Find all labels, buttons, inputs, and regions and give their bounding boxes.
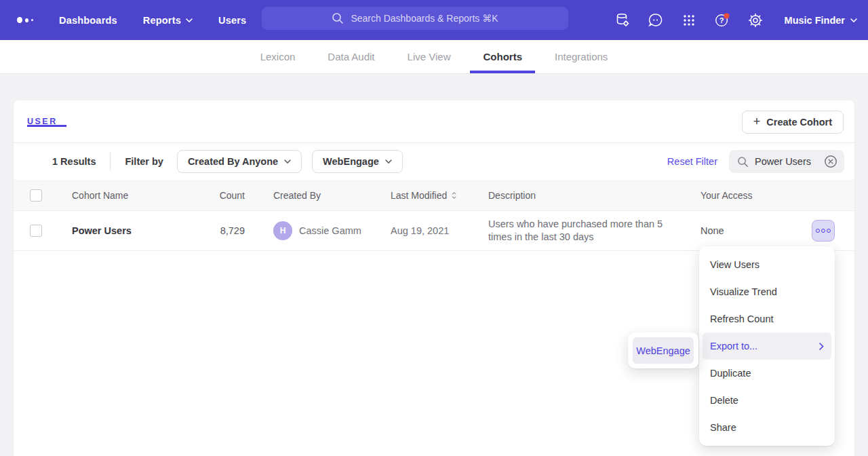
top-nav: Dashboards Reports Users Search Dashboar… (0, 0, 868, 40)
menu-item-label: Refresh Count (710, 314, 774, 324)
cohort-search-input[interactable] (755, 156, 817, 167)
menu-item-export-to[interactable]: Export to... (703, 332, 831, 360)
search-icon (737, 156, 749, 168)
row-actions-menu-button[interactable] (812, 220, 835, 242)
avatar: H (273, 221, 292, 240)
dropdown-value: Created By Anyone (188, 156, 278, 167)
menu-item-refresh-count[interactable]: Refresh Count (703, 305, 831, 332)
col-last-modified[interactable]: Last Modified (391, 190, 488, 201)
help-icon[interactable]: ? (714, 12, 730, 28)
top-nav-right: ? Music Finder (614, 0, 857, 40)
menu-item-label: Visualize Trend (710, 286, 777, 297)
menu-item-label: Share (710, 422, 736, 433)
project-switcher[interactable]: Music Finder (785, 15, 857, 26)
col-label: Last Modified (391, 190, 447, 201)
integration-filter-dropdown[interactable]: WebEngage (312, 150, 403, 173)
filter-by-label: Filter by (125, 156, 163, 167)
menu-item-label: Duplicate (710, 368, 751, 379)
menu-item-label: Delete (710, 395, 738, 406)
menu-item-visualize-trend[interactable]: Visualize Trend (703, 278, 831, 305)
col-description[interactable]: Description (488, 190, 701, 201)
active-tab-underline (27, 125, 66, 127)
tab-integrations[interactable]: Integrations (553, 40, 609, 73)
select-all-checkbox[interactable] (30, 189, 42, 202)
tab-label: Cohorts (483, 51, 522, 62)
chevron-right-icon (819, 343, 824, 350)
tab-label: Lexicon (260, 51, 296, 62)
results-count: 1 Results (52, 156, 96, 167)
header-checkbox-cell (14, 189, 72, 202)
tab-user-cohorts[interactable]: USER (27, 117, 58, 126)
reset-filter-link[interactable]: Reset Filter (667, 156, 717, 167)
created-by-filter-dropdown[interactable]: Created By Anyone (177, 150, 302, 173)
col-count[interactable]: Count (208, 190, 245, 201)
menu-item-delete[interactable]: Delete (703, 387, 831, 414)
menu-item-label: View Users (710, 259, 760, 270)
row-actions-context-menu: View Users Visualize Trend Refresh Count… (699, 246, 835, 446)
global-search-input[interactable]: Search Dashboards & Reports ⌘K (262, 7, 568, 30)
data-management-icon[interactable] (614, 12, 631, 28)
messages-icon[interactable] (648, 12, 664, 28)
apps-grid-icon[interactable] (681, 12, 697, 28)
svg-text:?: ? (719, 16, 724, 24)
create-cohort-label: Create Cohort (766, 117, 832, 128)
global-search-placeholder: Search Dashboards & Reports ⌘K (351, 13, 498, 24)
access-cell: None (701, 225, 798, 236)
cohort-count: 8,729 (208, 225, 245, 236)
project-name: Music Finder (785, 15, 845, 26)
create-cohort-button[interactable]: + Create Cohort (742, 111, 844, 134)
col-your-access[interactable]: Your Access (701, 190, 798, 201)
cohort-name-link[interactable]: Power Users (72, 225, 208, 236)
plus-icon: + (753, 115, 761, 128)
submenu-item-webengage[interactable]: WebEngage (633, 337, 694, 364)
nav-item-users[interactable]: Users (218, 15, 246, 26)
panel-header: USER + Create Cohort (14, 100, 854, 143)
table-row[interactable]: Power Users 8,729 H Cassie Gamm Aug 19, … (14, 211, 854, 251)
cohort-search-box (729, 150, 844, 173)
row-checkbox-cell (14, 225, 72, 237)
actions-cell (798, 220, 854, 242)
created-by-cell: H Cassie Gamm (245, 221, 391, 240)
menu-item-label: Export to... (710, 341, 757, 352)
nav-item-dashboards[interactable]: Dashboards (59, 15, 117, 26)
nav-item-label: Dashboards (59, 15, 117, 26)
export-submenu: WebEngage (628, 332, 698, 368)
description-cell: Users who have purchased more than 5 tim… (488, 218, 666, 244)
menu-item-duplicate[interactable]: Duplicate (703, 360, 831, 387)
table-header: Cohort Name Count Created By Last Modifi… (14, 180, 854, 211)
clear-search-icon[interactable] (823, 154, 838, 169)
sort-icon[interactable] (451, 191, 457, 200)
nav-item-reports[interactable]: Reports (143, 15, 193, 26)
chevron-down-icon (385, 159, 392, 164)
chevron-down-icon (186, 18, 193, 22)
divider (110, 153, 111, 170)
mixpanel-logo[interactable] (17, 17, 33, 23)
menu-item-view-users[interactable]: View Users (703, 251, 831, 278)
tab-label: Integrations (555, 51, 608, 62)
last-modified-cell: Aug 19, 2021 (391, 225, 488, 236)
tab-data-audit[interactable]: Data Audit (326, 40, 376, 73)
tab-label: Data Audit (328, 51, 374, 62)
row-checkbox[interactable] (30, 225, 42, 237)
creator-name: Cassie Gamm (299, 225, 361, 236)
chevron-down-icon (850, 18, 857, 22)
filter-bar: 1 Results Filter by Created By Anyone We… (14, 143, 854, 180)
settings-icon[interactable] (747, 12, 764, 28)
tab-live-view[interactable]: Live View (406, 40, 452, 73)
sub-nav: Lexicon Data Audit Live View Cohorts Int… (0, 40, 868, 74)
chevron-down-icon (284, 159, 291, 164)
submenu-item-label: WebEngage (636, 345, 690, 356)
nav-item-label: Reports (143, 15, 181, 26)
col-created-by[interactable]: Created By (245, 190, 391, 201)
tab-cohorts[interactable]: Cohorts (481, 40, 524, 73)
dropdown-value: WebEngage (323, 156, 379, 167)
nav-item-label: Users (218, 15, 246, 26)
search-icon (332, 12, 344, 24)
menu-item-share[interactable]: Share (703, 414, 831, 441)
tab-lexicon[interactable]: Lexicon (259, 40, 297, 73)
col-cohort-name[interactable]: Cohort Name (72, 190, 208, 201)
tab-label: Live View (408, 51, 451, 62)
